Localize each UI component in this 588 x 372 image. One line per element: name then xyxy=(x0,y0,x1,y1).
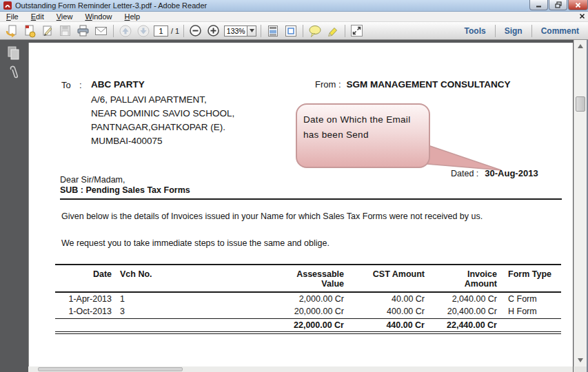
toolbar: 1 / 1 133% xyxy=(0,22,588,40)
create-pdf-button[interactable] xyxy=(22,23,37,38)
callout-line-2: has been Send xyxy=(303,127,410,143)
zoom-in-icon xyxy=(207,24,220,37)
table-totals-row: 22,000.00 Cr 440.00 Cr 22,440.00 Cr xyxy=(55,318,561,333)
vertical-scrollbar[interactable] xyxy=(574,40,587,366)
from-row: From : SGM MANAGEMENT CONSULTANCY xyxy=(315,79,511,90)
toolbar-separator xyxy=(261,25,261,37)
highlighter-icon xyxy=(326,24,340,38)
restore-icon xyxy=(555,1,562,8)
scroll-up-icon[interactable] xyxy=(577,43,584,50)
address-line: PANTNAGAR,GHATKOPAR (E). xyxy=(91,121,234,134)
navigation-sidebar xyxy=(0,40,28,372)
sign-document-button[interactable] xyxy=(40,23,54,38)
header-form-type: Form Type xyxy=(497,265,561,292)
save-button[interactable] xyxy=(58,23,72,38)
to-colon: : xyxy=(79,80,82,90)
subject-line: SUB : Pending Sales Tax Forms xyxy=(60,185,190,195)
sign-panel-button[interactable]: Sign xyxy=(496,26,531,36)
scrolling-mode-icon xyxy=(267,25,279,37)
menu-help[interactable]: Help xyxy=(119,12,147,22)
minimize-button[interactable] xyxy=(529,0,548,10)
minimize-icon xyxy=(536,2,542,8)
address-line: MUMBAI-400075 xyxy=(91,134,234,148)
toolbar-separator xyxy=(183,25,184,37)
horizontal-scrollbar[interactable] xyxy=(28,366,573,372)
page-count-label: / 1 xyxy=(171,27,179,35)
cell-vch-no: 3 xyxy=(112,305,212,318)
save-disk-icon xyxy=(59,24,72,37)
title-bar: Outstanding Form Reminder Letter-3.pdf -… xyxy=(0,0,588,12)
callout-text: Date on Which the Email has been Send xyxy=(303,112,410,143)
create-pdf-icon xyxy=(23,24,37,38)
menu-window[interactable]: Window xyxy=(79,12,118,22)
recipient-name: ABC PARTY xyxy=(91,79,145,90)
scrolling-mode-button[interactable] xyxy=(265,23,280,38)
cell-cst: 40.00 Cr xyxy=(344,292,425,305)
body-paragraph-2: We request you to take immediate steps t… xyxy=(61,238,330,248)
cell-date: 1-Apr-2013 xyxy=(55,292,112,305)
document-close-icon[interactable] xyxy=(579,13,585,19)
menu-file[interactable]: File xyxy=(0,12,25,22)
invoice-table: Date Vch No. Assessable Value CST Amount… xyxy=(55,264,561,334)
zoom-in-button[interactable] xyxy=(206,23,221,38)
fullscreen-button[interactable] xyxy=(349,23,364,38)
menu-edit[interactable]: Edit xyxy=(25,12,50,22)
add-comment-button[interactable] xyxy=(307,23,322,38)
horizontal-scroll-thumb[interactable] xyxy=(38,367,183,371)
fit-page-icon xyxy=(285,25,297,37)
total-cst: 440.00 Cr xyxy=(344,318,425,333)
body-paragraph-1: Given below is the details of Invoices i… xyxy=(61,211,483,221)
attachments-paperclip-icon[interactable] xyxy=(8,65,21,83)
speech-bubble-icon xyxy=(308,24,322,38)
table-row: 1-Oct-2013 3 20,000.00 Cr 400.00 Cr 20,4… xyxy=(55,305,561,318)
zoom-dropdown-button[interactable] xyxy=(247,25,256,37)
highlight-text-button[interactable] xyxy=(325,23,340,38)
header-date: Date xyxy=(55,265,112,292)
zoom-out-button[interactable] xyxy=(188,23,203,38)
arrow-down-icon xyxy=(137,25,150,37)
cell-invoice: 20,400.00 Cr xyxy=(425,305,497,318)
open-file-button[interactable] xyxy=(4,23,19,38)
dated-value: 30-Aug-2013 xyxy=(485,168,538,178)
scrollbar-corner xyxy=(574,366,587,372)
close-button[interactable] xyxy=(568,0,588,10)
page-number-input[interactable]: 1 xyxy=(154,25,168,37)
scroll-down-icon[interactable] xyxy=(577,357,584,364)
recipient-address: A/6, PALLAVI APARTMENT, NEAR DOMINIC SAV… xyxy=(91,93,234,148)
callout-line-1: Date on Which the Email xyxy=(303,112,410,127)
fullscreen-arrows-icon xyxy=(350,24,363,37)
email-button[interactable] xyxy=(94,23,108,38)
next-page-button[interactable] xyxy=(136,23,150,38)
comment-panel-button[interactable]: Comment xyxy=(532,26,588,36)
toolbar-separator xyxy=(303,25,303,37)
zoom-level-input[interactable]: 133% xyxy=(224,25,247,37)
header-vch-no: Vch No. xyxy=(112,265,212,292)
menu-bar: File Edit View Window Help xyxy=(0,12,588,22)
tools-panel-button[interactable]: Tools xyxy=(456,26,495,36)
document-pane: To : ABC PARTY A/6, PALLAVI APARTMENT, N… xyxy=(0,40,588,372)
fit-page-button[interactable] xyxy=(283,23,298,38)
cell-form-type: C Form xyxy=(497,292,561,305)
cell-cst: 400.00 Cr xyxy=(344,305,425,318)
adobe-reader-app-icon xyxy=(3,1,12,10)
page-thumbnails-icon[interactable] xyxy=(7,45,21,61)
cell-vch-no: 1 xyxy=(112,292,212,305)
subject-divider xyxy=(60,198,562,200)
to-label: To xyxy=(61,80,71,90)
total-assessable: 22,000.00 Cr xyxy=(212,318,344,333)
table-row: 1-Apr-2013 1 2,000.00 Cr 40.00 Cr 2,040.… xyxy=(55,292,561,305)
cell-invoice: 2,040.00 Cr xyxy=(425,292,497,305)
window-title: Outstanding Form Reminder Letter-3.pdf -… xyxy=(15,0,207,11)
pen-edit-icon xyxy=(41,24,54,38)
toolbar-separator xyxy=(113,25,114,37)
cell-assessable: 2,000.00 Cr xyxy=(212,292,344,305)
adobe-reader-window: Outstanding Form Reminder Letter-3.pdf -… xyxy=(0,0,588,372)
open-file-icon xyxy=(5,24,19,38)
menu-view[interactable]: View xyxy=(50,12,79,22)
pdf-page: To : ABC PARTY A/6, PALLAVI APARTMENT, N… xyxy=(28,43,573,366)
print-button[interactable] xyxy=(76,23,90,38)
previous-page-button[interactable] xyxy=(118,23,132,38)
restore-button[interactable] xyxy=(549,0,567,10)
vertical-scroll-thumb[interactable] xyxy=(576,96,585,112)
address-line: A/6, PALLAVI APARTMENT, xyxy=(91,93,234,107)
